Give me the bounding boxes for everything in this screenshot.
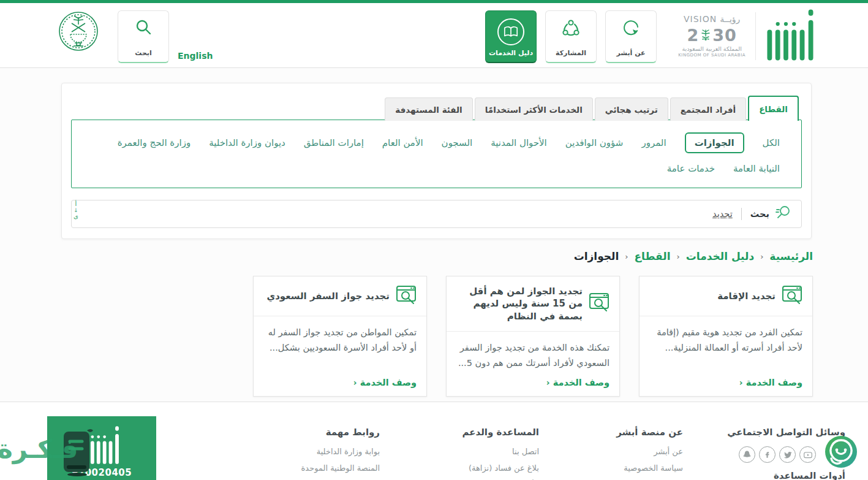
search-bar-label: بحث — [750, 209, 769, 219]
nav-participation-label: المشاركة — [556, 49, 586, 57]
service-description-link-label: وصف الخدمة — [553, 378, 609, 387]
filter-expatriates-affairs[interactable]: شؤون الوافدين — [565, 137, 624, 148]
service-description-link-label: وصف الخدمة — [360, 378, 417, 387]
filter-moi-diwan[interactable]: ديوان وزارة الداخلية — [209, 137, 285, 148]
filter-passports[interactable]: الجوازات — [685, 132, 744, 153]
footer: وسائل التواصل الاجتماعي — [0, 402, 868, 480]
service-card-iqama-renewal: تجديد الإقامة تمكين الفرد من تجديد هوية … — [639, 276, 813, 397]
breadcrumb-sector[interactable]: القطاع — [635, 250, 671, 262]
card-body: تمكين المواطن من تجديد جواز السفر له أو … — [254, 316, 426, 396]
footer-about-column: عن منصة أبشر عن أبشر سياسة الخصوصية شروط… — [570, 427, 683, 480]
footer-link-privacy-policy[interactable]: سياسة الخصوصية — [570, 463, 683, 474]
search-icon[interactable] — [776, 205, 791, 223]
filter-general-services[interactable]: خدمات عامة — [667, 163, 715, 174]
card-body: تمكين الفرد من تجديد هوية مقيم (إقامة لأ… — [640, 316, 812, 396]
english-language-link[interactable]: English — [178, 51, 213, 61]
service-card-description: تمكين الفرد من تجديد هوية مقيم (إقامة لأ… — [649, 325, 802, 356]
tab-community-individuals[interactable]: أفراد المجتمع — [670, 97, 746, 121]
header-nav: دليل الخدمات المشاركة عن أبشر — [485, 10, 657, 63]
vision-2030-emblem-icon — [700, 25, 711, 46]
search-button[interactable]: ابحث — [118, 10, 169, 63]
footer-important-links-column: روابط مهمة بوابة وزارة الداخلية المنصة ا… — [168, 427, 380, 480]
services-filter-panel: القطاع أفراد المجتمع ترتيب هجائي الخدمات… — [61, 83, 812, 239]
service-description-link[interactable]: وصف الخدمة ‹ — [456, 371, 609, 387]
footer-social-column: وسائل التواصل الاجتماعي — [683, 427, 845, 480]
breadcrumb-services-guide[interactable]: دليل الخدمات — [686, 250, 754, 262]
filter-all[interactable]: الكل — [763, 137, 780, 148]
chevron-left-icon: ‹ — [546, 378, 550, 387]
filter-row-2: النيابة العامة خدمات عامة — [93, 163, 780, 174]
share-icon — [560, 18, 581, 42]
filter-civil-affairs[interactable]: الأحوال المدنية — [491, 137, 547, 148]
nav-about-absher-label: عن أبشر — [616, 49, 645, 57]
card-header: تجديد الإقامة — [640, 276, 812, 316]
watermark-text: فـكـرة — [0, 434, 78, 464]
tab-target-group[interactable]: الفئة المستهدفة — [385, 97, 473, 121]
service-card-title: تجديد الجواز لمن هم أقل من 15 سنة وليس ل… — [455, 285, 583, 322]
filter-public-security[interactable]: الأمن العام — [382, 137, 423, 148]
help-tools-heading: أدوات المساعدة — [683, 470, 845, 480]
services-search-bar: بحث أ ↓ ى — [71, 200, 802, 228]
footer-link-about-absher[interactable]: عن أبشر — [570, 446, 683, 457]
filter-regional-emirates[interactable]: إمارات المناطق — [304, 137, 364, 148]
absher-logo[interactable] — [766, 9, 815, 64]
filter-traffic[interactable]: المرور — [641, 137, 666, 148]
footer-link-national-unified-platform[interactable]: المنصة الوطنية الموحدة — [168, 463, 380, 474]
alphabetical-sort-widget[interactable]: أ ↓ ى — [74, 201, 78, 219]
vision-year-right: 30 — [712, 25, 737, 46]
breadcrumb-home[interactable]: الرئيسية — [769, 250, 813, 262]
search-button-label: ابحث — [135, 49, 151, 57]
snapchat-icon[interactable] — [739, 446, 755, 463]
service-card-saudi-passport-renewal: تجديد جواز السفر السعودي تمكين المواطن م… — [253, 276, 427, 397]
book-icon — [497, 18, 524, 45]
youtube-icon[interactable] — [799, 446, 816, 463]
filter-row-1: الكل الجوازات المرور شؤون الوافدين الأحو… — [93, 132, 780, 153]
vision-country-en: KINGDOM OF SAUDI ARABIA — [678, 53, 745, 58]
social-media-heading: وسائل التواصل الاجتماعي — [683, 427, 845, 438]
tab-most-used-services[interactable]: الخدمات الأكثر استخدامًا — [475, 97, 593, 121]
service-cards: تجديد الإقامة تمكين الفرد من تجديد هوية … — [253, 276, 813, 397]
chat-assistant-button[interactable] — [825, 435, 858, 468]
important-links-heading: روابط مهمة — [168, 427, 380, 438]
social-icons-row — [683, 446, 845, 463]
filter-hajj-umrah-ministry[interactable]: وزارة الحج والعمرة — [118, 137, 191, 148]
service-browser-search-icon — [782, 285, 804, 307]
sector-filter-box: الكل الجوازات المرور شؤون الوافدين الأحو… — [71, 120, 802, 188]
vision-2030-logo: VISION رؤيــة 2 30 المملكة العربية السعو… — [678, 14, 745, 58]
tab-alphabetical[interactable]: ترتيب هجائي — [595, 97, 668, 121]
service-card-description: تمكين المواطن من تجديد جواز السفر له أو … — [263, 325, 417, 356]
chevron-left-icon: ‹ — [760, 252, 763, 261]
vision-en-text: VISION — [684, 14, 717, 25]
sort-bottom-letter: ى — [74, 213, 78, 220]
card-body: تمكنك هذه الخدمة من تجديد جواز السفر الس… — [447, 332, 619, 396]
filter-prisons[interactable]: السجون — [442, 137, 473, 148]
nav-about-absher[interactable]: عن أبشر — [605, 10, 657, 63]
twitter-icon[interactable] — [779, 446, 796, 463]
nav-services-guide[interactable]: دليل الخدمات — [485, 10, 537, 63]
sort-top-letter: أ — [75, 201, 77, 208]
nav-participation[interactable]: المشاركة — [545, 10, 597, 63]
footer-link-moi-portal[interactable]: بوابة وزارة الداخلية — [168, 446, 380, 457]
service-browser-search-icon — [396, 285, 418, 307]
service-browser-search-icon — [589, 292, 611, 314]
search-icon — [134, 18, 153, 39]
footer-link-report-corruption[interactable]: بلاغ عن فساد (نزاهة) — [398, 463, 539, 474]
search-input[interactable] — [549, 209, 733, 219]
card-header: تجديد جواز السفر السعودي — [254, 276, 426, 316]
breadcrumb: الرئيسية ‹ دليل الخدمات ‹ القطاع ‹ الجوا… — [574, 250, 813, 262]
header: ابحث English دليل الخدمات المشارك — [0, 3, 868, 68]
chevron-left-icon: ‹ — [625, 252, 628, 261]
tab-sector[interactable]: القطاع — [748, 96, 799, 121]
ministry-of-interior-emblem-icon — [58, 11, 99, 51]
about-absher-icon — [621, 18, 641, 42]
brand-logos: VISION رؤيــة 2 30 المملكة العربية السعو… — [678, 9, 815, 63]
service-description-link[interactable]: وصف الخدمة ‹ — [649, 371, 802, 387]
service-card-passport-renewal-under-15: تجديد الجواز لمن هم أقل من 15 سنة وليس ل… — [446, 276, 620, 397]
brand-divider — [755, 12, 756, 60]
facebook-icon[interactable] — [759, 446, 776, 463]
category-tabs: القطاع أفراد المجتمع ترتيب هجائي الخدمات… — [385, 96, 799, 121]
breadcrumb-passports-current: الجوازات — [574, 250, 619, 262]
service-description-link[interactable]: وصف الخدمة ‹ — [263, 371, 417, 387]
footer-link-contact-us[interactable]: اتصل بنا — [398, 446, 539, 457]
filter-public-prosecution[interactable]: النيابة العامة — [733, 163, 780, 174]
